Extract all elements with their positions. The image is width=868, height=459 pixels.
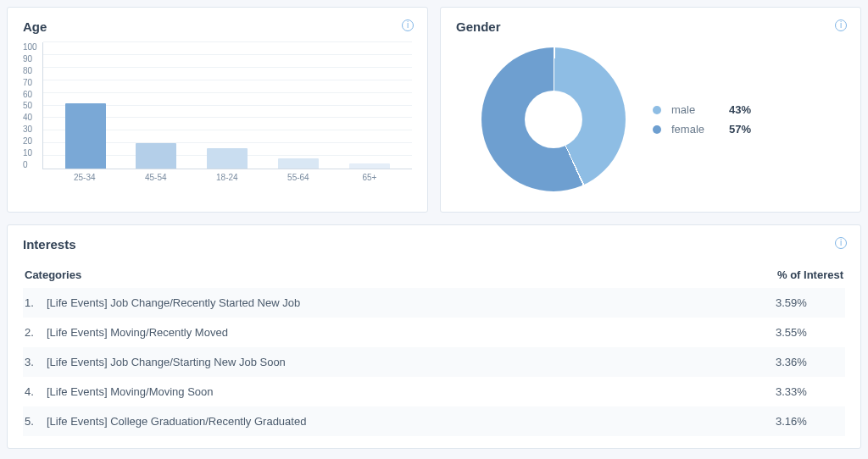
col-header-pct: % of Interest (777, 268, 843, 281)
y-tick: 70 (23, 78, 37, 87)
row-pct: 3.55% (776, 326, 843, 339)
row-index: 5. (25, 415, 47, 428)
interests-header-row: Categories % of Interest (23, 260, 845, 288)
table-row: 2.[Life Events] Moving/Recently Moved3.5… (23, 318, 845, 347)
row-index: 4. (25, 385, 47, 398)
legend-item: male43% (653, 103, 751, 116)
row-pct: 3.33% (776, 385, 843, 398)
age-bar (136, 143, 176, 169)
x-tick: 45-54 (136, 173, 176, 182)
age-bar (65, 103, 106, 169)
row-index: 1. (25, 296, 47, 309)
row-pct: 3.16% (776, 415, 843, 428)
row-category: [Life Events] Moving/Moving Soon (47, 385, 776, 398)
row-category: [Life Events] Job Change/Recently Starte… (47, 296, 776, 309)
row-index: 2. (25, 326, 47, 339)
x-tick: 18-24 (207, 173, 248, 182)
x-tick: 65+ (349, 173, 390, 182)
info-icon[interactable]: i (835, 237, 847, 249)
y-tick: 80 (23, 66, 37, 75)
table-row: 5.[Life Events] College Graduation/Recen… (23, 406, 845, 436)
x-tick: 25-34 (64, 173, 105, 182)
age-bar (349, 163, 390, 169)
age-title: Age (23, 19, 412, 34)
y-tick: 20 (23, 136, 37, 146)
age-bar-chart: 0102030405060708090100 25-3445-5418-2455… (23, 42, 412, 186)
legend-item: female57% (653, 123, 751, 135)
age-y-axis: 0102030405060708090100 (23, 42, 42, 169)
legend-label: female (671, 123, 719, 135)
y-tick: 40 (23, 113, 37, 122)
legend-swatch (653, 125, 661, 134)
y-tick: 10 (23, 148, 37, 158)
row-category: [Life Events] Moving/Recently Moved (47, 326, 776, 339)
age-bar (278, 158, 319, 169)
legend-swatch (653, 106, 661, 114)
y-tick: 0 (23, 160, 37, 169)
row-category: [Life Events] Job Change/Starting New Jo… (47, 356, 776, 368)
gender-card: Gender i male43%female57% (440, 7, 861, 213)
age-plot-area (42, 42, 412, 169)
row-pct: 3.59% (776, 296, 843, 309)
info-icon[interactable]: i (835, 19, 847, 31)
col-header-categories: Categories (25, 268, 81, 281)
interests-title: Interests (23, 237, 845, 252)
row-index: 3. (25, 356, 47, 368)
legend-label: male (671, 103, 719, 116)
gender-title: Gender (456, 19, 845, 34)
age-card: Age i 0102030405060708090100 25-3445-541… (7, 7, 428, 213)
y-tick: 90 (23, 54, 37, 64)
y-tick: 100 (23, 42, 37, 52)
x-tick: 55-64 (278, 173, 319, 182)
y-tick: 30 (23, 124, 37, 134)
gender-donut-chart (481, 47, 626, 191)
legend-value: 43% (729, 103, 751, 116)
age-x-axis: 25-3445-5418-2455-6465+ (42, 169, 412, 182)
interests-card: Interests i Categories % of Interest 1.[… (7, 224, 861, 449)
table-row: 4.[Life Events] Moving/Moving Soon3.33% (23, 377, 845, 406)
row-category: [Life Events] College Graduation/Recentl… (47, 415, 776, 428)
legend-value: 57% (729, 123, 751, 135)
table-row: 1.[Life Events] Job Change/Recently Star… (23, 288, 845, 318)
row-pct: 3.36% (776, 356, 843, 368)
info-icon[interactable]: i (402, 19, 414, 31)
age-bar (207, 148, 248, 169)
table-row: 3.[Life Events] Job Change/Starting New … (23, 347, 845, 377)
gender-legend: male43%female57% (653, 103, 751, 135)
y-tick: 60 (23, 90, 37, 99)
y-tick: 50 (23, 101, 37, 110)
